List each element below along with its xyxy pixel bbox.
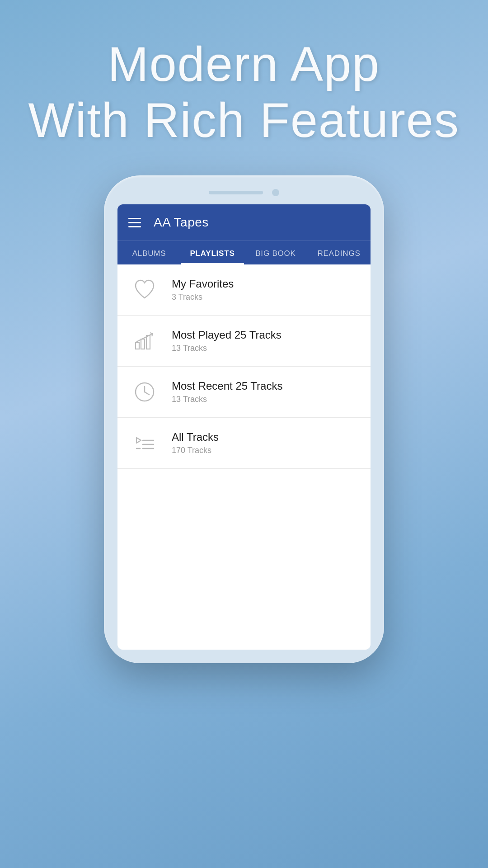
- phone-camera: [272, 189, 279, 196]
- svg-marker-7: [136, 438, 141, 443]
- svg-rect-0: [136, 343, 139, 349]
- clock-icon: [130, 377, 159, 406]
- tab-albums[interactable]: ALBUMS: [117, 241, 181, 264]
- playlist-item-my-favorites[interactable]: My Favorites 3 Tracks: [117, 264, 371, 316]
- phone-screen: AA Tapes ALBUMS PLAYLISTS BIG BOOK READI…: [117, 204, 371, 650]
- my-favorites-subtitle: 3 Tracks: [172, 292, 234, 302]
- empty-content-area: [117, 469, 371, 650]
- hero-title: Modern App With Rich Features: [28, 36, 460, 148]
- most-recent-text: Most Recent 25 Tracks 13 Tracks: [172, 380, 282, 404]
- playlist-list: My Favorites 3 Tracks: [117, 264, 371, 469]
- svg-line-6: [145, 392, 149, 395]
- phone-speaker: [209, 191, 263, 194]
- hero-section: Modern App With Rich Features: [28, 0, 460, 175]
- tabs-bar: ALBUMS PLAYLISTS BIG BOOK READINGS: [117, 241, 371, 264]
- tab-readings[interactable]: READINGS: [307, 241, 371, 264]
- my-favorites-text: My Favorites 3 Tracks: [172, 278, 234, 302]
- hamburger-icon[interactable]: [128, 218, 141, 227]
- most-played-text: Most Played 25 Tracks 13 Tracks: [172, 329, 282, 353]
- app-title: AA Tapes: [154, 215, 209, 230]
- app-bar: AA Tapes: [117, 204, 371, 241]
- chart-icon: [130, 326, 159, 355]
- playlist-item-most-recent[interactable]: Most Recent 25 Tracks 13 Tracks: [117, 367, 371, 418]
- all-tracks-icon: [130, 429, 159, 458]
- most-recent-subtitle: 13 Tracks: [172, 395, 282, 404]
- hero-line1: Modern App: [108, 37, 380, 91]
- playlist-item-most-played[interactable]: Most Played 25 Tracks 13 Tracks: [117, 316, 371, 367]
- heart-icon: [130, 275, 159, 304]
- phone-top-bar: [117, 189, 371, 196]
- most-recent-title: Most Recent 25 Tracks: [172, 380, 282, 392]
- hero-line2: With Rich Features: [28, 93, 460, 147]
- svg-rect-2: [146, 335, 150, 349]
- playlist-item-all-tracks[interactable]: All Tracks 170 Tracks: [117, 418, 371, 469]
- all-tracks-text: All Tracks 170 Tracks: [172, 431, 219, 455]
- svg-rect-1: [141, 339, 145, 349]
- my-favorites-title: My Favorites: [172, 278, 234, 290]
- most-played-subtitle: 13 Tracks: [172, 344, 282, 353]
- most-played-title: Most Played 25 Tracks: [172, 329, 282, 341]
- tab-bigbook[interactable]: BIG BOOK: [244, 241, 307, 264]
- phone-mockup: AA Tapes ALBUMS PLAYLISTS BIG BOOK READI…: [104, 175, 384, 663]
- all-tracks-title: All Tracks: [172, 431, 219, 443]
- tab-playlists[interactable]: PLAYLISTS: [181, 241, 244, 264]
- all-tracks-subtitle: 170 Tracks: [172, 446, 219, 455]
